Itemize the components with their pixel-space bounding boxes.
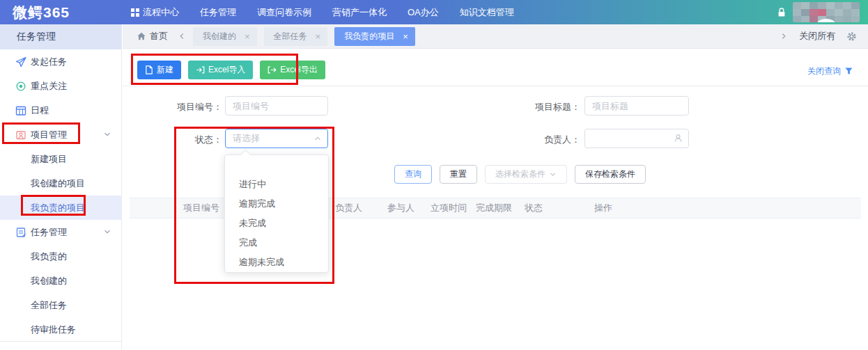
- excel-export-button[interactable]: Excel导出: [260, 61, 325, 79]
- lock-icon[interactable]: [776, 7, 787, 18]
- chevron-down-icon: [549, 170, 557, 178]
- top-menu-label: 流程中心: [143, 6, 179, 19]
- sidebar-item-my-responsible-tasks[interactable]: 我负责的: [0, 244, 121, 269]
- top-menu-item-survey-demo[interactable]: 调查问卷示例: [257, 6, 311, 19]
- paper-plane-icon: [15, 56, 26, 67]
- project-title-input[interactable]: [584, 96, 689, 116]
- project-no-input[interactable]: [225, 96, 328, 116]
- target-icon: [15, 81, 26, 92]
- tab-home-label: 首页: [150, 30, 168, 42]
- status-option-not-done[interactable]: 未完成: [225, 214, 328, 233]
- sidebar-group-task-mgmt[interactable]: 任务管理: [0, 220, 121, 244]
- table-header-deadline: 完成期限: [474, 202, 523, 214]
- save-condition-label: 保存检索条件: [585, 168, 635, 180]
- toolbar: 新建 Excel导入 Excel导出: [137, 61, 325, 79]
- sidebar-divider: [0, 341, 121, 342]
- top-menu-label: OA办公: [408, 6, 439, 19]
- sidebar-item-my-created-tasks[interactable]: 我创建的: [0, 269, 121, 293]
- top-menu-item-task-mgmt[interactable]: 任务管理: [200, 6, 236, 19]
- sidebar-group-project-mgmt[interactable]: 项目管理: [0, 122, 121, 147]
- sidebar-item-label: 我创建的项目: [31, 177, 85, 190]
- close-query-label: 关闭查询: [807, 65, 841, 77]
- top-menu-item-marketing[interactable]: 营销产一体化: [332, 6, 387, 19]
- export-icon: [268, 65, 277, 74]
- sidebar-item-label: 我创建的: [31, 275, 67, 287]
- new-button-label: 新建: [157, 64, 173, 76]
- top-navbar: 微鳄365 流程中心 任务管理 调查问卷示例 营销产一体化 OA办公 知识文档管…: [0, 0, 868, 24]
- chevron-right-icon[interactable]: [780, 32, 788, 40]
- reset-button[interactable]: 重置: [440, 165, 477, 184]
- close-icon[interactable]: ×: [316, 32, 321, 41]
- excel-export-label: Excel导出: [280, 64, 317, 76]
- excel-import-button[interactable]: Excel导入: [188, 61, 253, 79]
- app-logo: 微鳄365: [0, 3, 123, 22]
- tab-all-tasks[interactable]: 全部任务 ×: [264, 27, 328, 46]
- tab-my-responsible-projects[interactable]: 我负责的项目 ×: [334, 27, 415, 46]
- calendar-icon: [15, 105, 26, 116]
- top-menu-label: 营销产一体化: [332, 6, 387, 19]
- sidebar-item-schedule[interactable]: 日程: [0, 98, 121, 122]
- chevron-down-icon: [103, 130, 111, 138]
- close-icon[interactable]: ×: [403, 32, 408, 41]
- table-header-actions: 操作: [593, 202, 861, 214]
- chevron-left-icon[interactable]: [178, 32, 186, 40]
- query-button[interactable]: 查询: [394, 165, 432, 184]
- select-condition-label: 选择检索条件: [495, 168, 545, 180]
- status-option-overdue-done[interactable]: 逾期完成: [225, 194, 328, 214]
- top-menu-item-process-center[interactable]: 流程中心: [131, 6, 179, 19]
- sidebar-item-pending-approval-tasks[interactable]: 待审批任务: [0, 317, 121, 342]
- table-header-start-date: 立项时间: [429, 202, 474, 214]
- top-menu: 流程中心 任务管理 调查问卷示例 营销产一体化 OA办公 知识文档管理: [131, 6, 514, 19]
- excel-import-label: Excel导入: [208, 64, 245, 76]
- sidebar-item-start-task[interactable]: 发起任务: [0, 49, 121, 74]
- table-header-participants: 参与人: [386, 202, 429, 214]
- sidebar-item-label: 新建项目: [31, 153, 67, 166]
- sidebar-section-title: 任务管理: [0, 24, 121, 49]
- project-title-label: 项目标题：: [518, 101, 580, 113]
- tab-my-created[interactable]: 我创建的 ×: [193, 27, 257, 46]
- filter-icon: [845, 67, 853, 75]
- sidebar: 任务管理 发起任务 重点关注 日程 项目管理 新建项目 我创建的项目 我负责的项…: [0, 24, 122, 350]
- reset-button-label: 重置: [450, 168, 467, 180]
- document-icon: [145, 65, 153, 74]
- sidebar-item-new-project[interactable]: 新建项目: [0, 147, 121, 171]
- top-menu-label: 调查问卷示例: [257, 6, 311, 19]
- top-menu-item-oa[interactable]: OA办公: [408, 6, 439, 19]
- save-condition-button[interactable]: 保存检索条件: [575, 165, 646, 184]
- status-option-in-progress[interactable]: 进行中: [225, 175, 328, 194]
- sidebar-item-all-tasks[interactable]: 全部任务: [0, 293, 121, 317]
- search-actions: 查询 重置 选择检索条件 保存检索条件: [394, 165, 646, 184]
- tabbar-right-controls: 关闭所有: [780, 30, 868, 42]
- sidebar-item-key-focus[interactable]: 重点关注: [0, 74, 121, 98]
- censored-username[interactable]: [793, 2, 860, 22]
- grid-icon: [131, 8, 139, 17]
- status-option-overdue-not-done[interactable]: 逾期未完成: [225, 253, 328, 272]
- sidebar-item-label: 日程: [31, 104, 49, 117]
- tab-home[interactable]: 首页: [137, 30, 168, 42]
- close-icon[interactable]: ×: [245, 32, 250, 41]
- status-option-done[interactable]: 完成: [225, 233, 328, 253]
- person-icon: [673, 133, 683, 143]
- close-all-tabs-button[interactable]: 关闭所有: [799, 30, 835, 42]
- close-query-link[interactable]: 关闭查询: [807, 65, 853, 77]
- status-select[interactable]: 请选择: [225, 129, 328, 148]
- status-option-empty[interactable]: [225, 155, 328, 175]
- sidebar-item-label: 重点关注: [31, 80, 67, 93]
- sidebar-item-my-responsible-projects[interactable]: 我负责的项目: [0, 196, 121, 220]
- top-menu-item-knowledge-docs[interactable]: 知识文档管理: [460, 6, 514, 19]
- home-icon: [137, 31, 146, 41]
- project-icon: [15, 129, 26, 141]
- sidebar-item-label: 发起任务: [31, 56, 67, 68]
- sidebar-item-my-created-projects[interactable]: 我创建的项目: [0, 171, 121, 196]
- app-window: 微鳄365 流程中心 任务管理 调查问卷示例 营销产一体化 OA办公 知识文档管…: [0, 0, 868, 350]
- select-condition-button[interactable]: 选择检索条件: [485, 165, 567, 184]
- gear-icon[interactable]: [846, 31, 857, 42]
- task-board-icon: [15, 227, 26, 238]
- new-button[interactable]: 新建: [137, 61, 181, 79]
- chevron-down-icon: [103, 228, 111, 236]
- chevron-up-icon: [313, 134, 322, 143]
- status-select-value: 请选择: [233, 132, 260, 145]
- tab-label: 全部任务: [274, 31, 307, 42]
- owner-label: 负责人：: [518, 134, 580, 146]
- sidebar-item-label: 待审批任务: [31, 324, 76, 336]
